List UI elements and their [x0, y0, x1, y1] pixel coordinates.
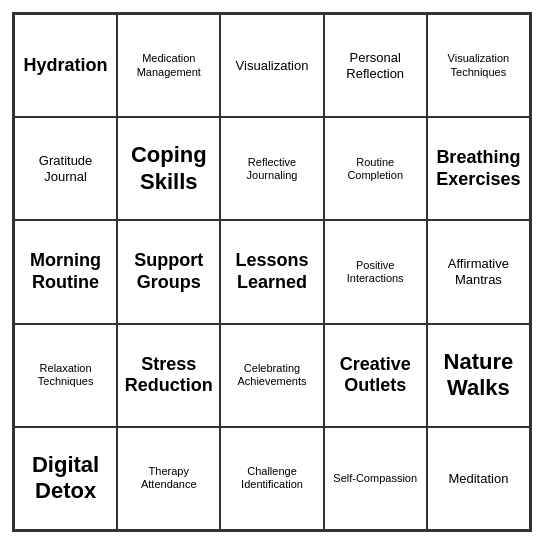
bingo-cell-15: Relaxation Techniques: [14, 324, 117, 427]
bingo-cell-22: Challenge Identification: [220, 427, 323, 530]
bingo-cell-18: Creative Outlets: [324, 324, 427, 427]
cell-text-0: Hydration: [24, 55, 108, 77]
bingo-cell-3: Personal Reflection: [324, 14, 427, 117]
cell-text-4: Visualization Techniques: [432, 52, 525, 78]
bingo-cell-20: Digital Detox: [14, 427, 117, 530]
bingo-cell-7: Reflective Journaling: [220, 117, 323, 220]
bingo-cell-13: Positive Interactions: [324, 220, 427, 323]
bingo-cell-23: Self-Compassion: [324, 427, 427, 530]
cell-text-1: Medication Management: [122, 52, 215, 78]
bingo-cell-2: Visualization: [220, 14, 323, 117]
cell-text-5: Gratitude Journal: [19, 153, 112, 184]
bingo-cell-16: Stress Reduction: [117, 324, 220, 427]
bingo-cell-6: Coping Skills: [117, 117, 220, 220]
cell-text-18: Creative Outlets: [329, 354, 422, 397]
bingo-cell-1: Medication Management: [117, 14, 220, 117]
cell-text-14: Affirmative Mantras: [432, 256, 525, 287]
cell-text-10: Morning Routine: [19, 250, 112, 293]
cell-text-13: Positive Interactions: [329, 259, 422, 285]
bingo-card: HydrationMedication ManagementVisualizat…: [12, 12, 532, 532]
cell-text-22: Challenge Identification: [225, 465, 318, 491]
bingo-cell-5: Gratitude Journal: [14, 117, 117, 220]
bingo-cell-17: Celebrating Achievements: [220, 324, 323, 427]
cell-text-20: Digital Detox: [19, 452, 112, 505]
cell-text-23: Self-Compassion: [333, 472, 417, 485]
cell-text-17: Celebrating Achievements: [225, 362, 318, 388]
cell-text-19: Nature Walks: [432, 349, 525, 402]
bingo-cell-8: Routine Completion: [324, 117, 427, 220]
cell-text-6: Coping Skills: [122, 142, 215, 195]
cell-text-2: Visualization: [236, 58, 309, 74]
bingo-cell-11: Support Groups: [117, 220, 220, 323]
cell-text-24: Meditation: [448, 471, 508, 487]
bingo-cell-12: Lessons Learned: [220, 220, 323, 323]
bingo-cell-19: Nature Walks: [427, 324, 530, 427]
bingo-cell-0: Hydration: [14, 14, 117, 117]
cell-text-3: Personal Reflection: [329, 50, 422, 81]
cell-text-16: Stress Reduction: [122, 354, 215, 397]
bingo-cell-10: Morning Routine: [14, 220, 117, 323]
cell-text-9: Breathing Exercises: [432, 147, 525, 190]
cell-text-11: Support Groups: [122, 250, 215, 293]
cell-text-7: Reflective Journaling: [225, 156, 318, 182]
bingo-cell-14: Affirmative Mantras: [427, 220, 530, 323]
cell-text-21: Therapy Attendance: [122, 465, 215, 491]
bingo-cell-21: Therapy Attendance: [117, 427, 220, 530]
bingo-cell-4: Visualization Techniques: [427, 14, 530, 117]
cell-text-8: Routine Completion: [329, 156, 422, 182]
cell-text-12: Lessons Learned: [225, 250, 318, 293]
bingo-cell-9: Breathing Exercises: [427, 117, 530, 220]
cell-text-15: Relaxation Techniques: [19, 362, 112, 388]
bingo-cell-24: Meditation: [427, 427, 530, 530]
